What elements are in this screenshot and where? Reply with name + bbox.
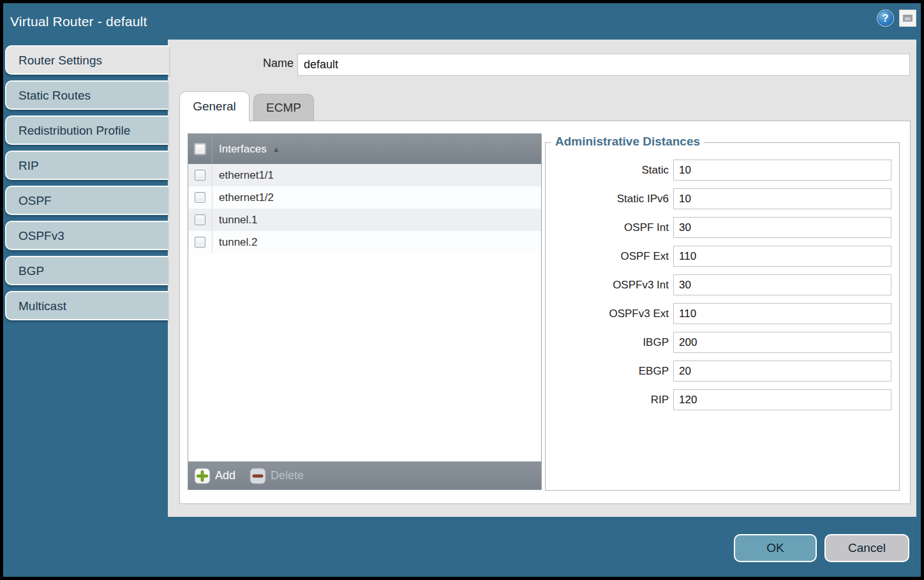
distance-row: OSPFv3 Ext xyxy=(546,303,899,324)
minus-icon xyxy=(250,468,266,484)
add-button-label: Add xyxy=(215,469,235,482)
distance-row: IBGP xyxy=(546,332,899,353)
sidebar-item-router-settings[interactable]: Router Settings xyxy=(5,45,169,75)
distance-row: RIP xyxy=(546,389,899,410)
general-tab-panel: Interfaces ▲ ethernet1/1 ethernet1/2 tun… xyxy=(179,121,911,504)
interfaces-table-header[interactable]: Interfaces ▲ xyxy=(188,134,541,164)
table-empty-area xyxy=(188,253,541,461)
interfaces-column-header: Interfaces xyxy=(212,143,267,156)
ospf-int-input[interactable] xyxy=(673,217,891,238)
interfaces-table: Interfaces ▲ ethernet1/1 ethernet1/2 tun… xyxy=(188,133,542,490)
cancel-button[interactable]: Cancel xyxy=(824,534,909,562)
interface-name: ethernet1/1 xyxy=(212,169,274,182)
plus-icon xyxy=(194,468,211,484)
distance-row: OSPF Ext xyxy=(546,246,899,267)
interface-name: tunnel.1 xyxy=(212,214,258,227)
sidebar-item-multicast[interactable]: Multicast xyxy=(5,291,168,320)
rip-input[interactable] xyxy=(673,389,891,410)
ospfv3-ext-label: OSPFv3 Ext xyxy=(546,308,669,320)
sort-ascending-icon[interactable]: ▲ xyxy=(272,145,280,154)
static-input[interactable] xyxy=(673,160,891,181)
table-row[interactable]: ethernet1/2 xyxy=(188,186,541,209)
sidebar-item-rip[interactable]: RIP xyxy=(5,151,168,180)
add-button[interactable]: Add xyxy=(194,468,235,484)
delete-button-disabled[interactable]: Delete xyxy=(250,468,304,484)
ospf-int-label: OSPF Int xyxy=(546,221,669,234)
ebgp-input[interactable] xyxy=(673,361,891,382)
header-checkbox-cell xyxy=(188,134,212,164)
maximize-icon[interactable] xyxy=(899,10,916,27)
select-all-checkbox[interactable] xyxy=(195,144,205,154)
static-label: Static xyxy=(546,164,669,177)
name-input[interactable] xyxy=(297,54,910,76)
distance-row: Static xyxy=(546,160,899,181)
distance-row: Static IPv6 xyxy=(546,188,899,209)
fieldset-legend: Administrative Distances xyxy=(551,135,704,149)
sidebar-item-ospf[interactable]: OSPF xyxy=(5,186,168,215)
distance-row: OSPFv3 Int xyxy=(546,274,899,295)
delete-button-label: Delete xyxy=(271,469,304,482)
ok-button[interactable]: OK xyxy=(734,534,817,562)
tab-general[interactable]: General xyxy=(179,91,250,121)
name-label: Name xyxy=(168,57,294,70)
rip-label: RIP xyxy=(546,394,669,406)
row-checkbox[interactable] xyxy=(195,214,205,225)
help-glyph: ? xyxy=(877,10,893,26)
row-checkbox[interactable] xyxy=(195,192,205,203)
row-checkbox[interactable] xyxy=(195,237,205,248)
sidebar: Router Settings Static Routes Redistribu… xyxy=(5,45,168,326)
sidebar-item-redistribution-profile[interactable]: Redistribution Profile xyxy=(5,115,168,145)
ospfv3-int-input[interactable] xyxy=(673,274,891,295)
sidebar-item-ospfv3[interactable]: OSPFv3 xyxy=(5,221,168,250)
dialog-title: Virtual Router - default xyxy=(10,3,147,40)
ospf-ext-label: OSPF Ext xyxy=(546,250,669,263)
tab-ecmp[interactable]: ECMP xyxy=(253,94,314,121)
sidebar-item-static-routes[interactable]: Static Routes xyxy=(5,80,168,110)
table-toolbar: Add Delete xyxy=(188,461,541,489)
static-ipv6-input[interactable] xyxy=(673,188,891,209)
ospfv3-ext-input[interactable] xyxy=(673,303,891,324)
content-panel: Name General ECMP Interfaces ▲ xyxy=(168,40,916,517)
interface-name: ethernet1/2 xyxy=(212,191,274,204)
ospf-ext-input[interactable] xyxy=(673,246,891,267)
ospfv3-int-label: OSPFv3 Int xyxy=(546,279,669,292)
title-bar: Virtual Router - default ? xyxy=(3,3,921,40)
dialog-body: Name General ECMP Interfaces ▲ xyxy=(3,40,921,577)
ibgp-input[interactable] xyxy=(673,332,891,353)
table-row[interactable]: tunnel.2 xyxy=(188,231,541,253)
row-checkbox[interactable] xyxy=(195,170,205,181)
interface-name: tunnel.2 xyxy=(212,236,258,249)
table-row[interactable]: ethernet1/1 xyxy=(188,164,541,186)
static-ipv6-label: Static IPv6 xyxy=(546,193,669,205)
ebgp-label: EBGP xyxy=(546,365,669,378)
distance-row: OSPF Int xyxy=(546,217,899,238)
distance-row: EBGP xyxy=(546,361,899,382)
virtual-router-dialog: Virtual Router - default ? Name General … xyxy=(3,3,921,577)
administrative-distances-fieldset: Administrative Distances Static Static I… xyxy=(545,142,900,491)
help-icon[interactable]: ? xyxy=(877,10,894,27)
ibgp-label: IBGP xyxy=(546,336,669,349)
sidebar-item-bgp[interactable]: BGP xyxy=(5,256,168,285)
window-pane-glyph xyxy=(903,15,913,22)
table-row[interactable]: tunnel.1 xyxy=(188,209,541,231)
